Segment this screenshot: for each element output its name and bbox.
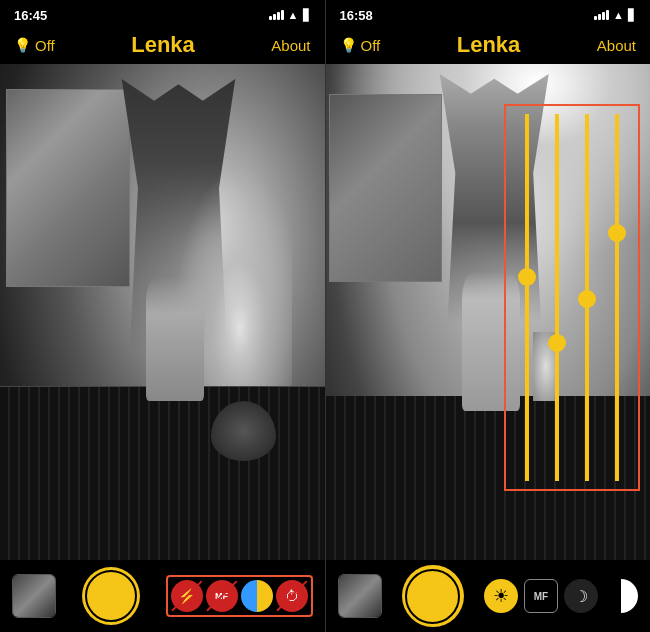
shutter-inner-left: [85, 570, 137, 622]
monitor-element: [6, 89, 129, 287]
status-bar-left: 16:45 ▲ ▋: [0, 0, 325, 28]
wifi-icon-right: ▲: [613, 9, 624, 21]
bottom-controls-left: ⚡ MF ⏱: [0, 560, 325, 632]
flash-off-right[interactable]: 💡 Off: [340, 37, 381, 54]
no-flash-icon[interactable]: ⚡: [171, 580, 203, 612]
about-link-right[interactable]: About: [597, 37, 636, 54]
color-toggle-icon[interactable]: [241, 580, 273, 612]
left-phone: 16:45 ▲ ▋ 💡 Off Lenka About: [0, 0, 325, 632]
app-title-left: Lenka: [131, 32, 195, 58]
battery-icon: ▋: [303, 9, 311, 22]
shutter-button-left[interactable]: [82, 567, 140, 625]
app-title-right: Lenka: [457, 32, 521, 58]
signal-icon-right: [594, 10, 609, 20]
bulb-icon-right: 💡: [340, 37, 357, 53]
status-icons-left: ▲ ▋: [269, 9, 311, 22]
slider-thumb-3[interactable]: [578, 290, 596, 308]
sliders-panel: [504, 104, 640, 491]
shutter-inner-right: [405, 569, 460, 624]
vase-left: [146, 277, 204, 401]
slider-thumb-4[interactable]: [608, 224, 626, 242]
slider-thumb-1[interactable]: [518, 268, 536, 286]
slider-track-3: [585, 114, 589, 481]
monitor-right: [329, 94, 443, 282]
status-icons-right: ▲ ▋: [594, 9, 636, 22]
viewfinder-right[interactable]: [326, 64, 651, 560]
time-left: 16:45: [14, 8, 47, 23]
flash-off-left[interactable]: 💡 Off: [14, 37, 55, 54]
nav-bar-right: 💡 Off Lenka About: [326, 28, 651, 64]
time-right: 16:58: [340, 8, 373, 23]
sun-icon[interactable]: ☀: [484, 579, 518, 613]
viewfinder-left[interactable]: [0, 64, 325, 560]
slider-track-4: [615, 114, 619, 481]
camera-preview-left: [0, 64, 325, 560]
bottom-controls-right: ☀ MF ☽: [326, 560, 651, 632]
signal-icon: [269, 10, 284, 20]
keyboard-left: [0, 386, 325, 560]
slider-thumb-2[interactable]: [548, 334, 566, 352]
thumbnail-right[interactable]: [338, 574, 382, 618]
slider-track-2: [555, 114, 559, 481]
status-bar-right: 16:58 ▲ ▋: [326, 0, 651, 28]
bulb-icon-left: 💡: [14, 37, 31, 53]
battery-icon-right: ▋: [628, 9, 636, 22]
right-phone: 16:58 ▲ ▋ 💡 Off Lenka About: [326, 0, 651, 632]
icon-group-left: ⚡ MF ⏱: [166, 575, 313, 617]
about-link-left[interactable]: About: [271, 37, 310, 54]
mouse-left: [211, 401, 276, 461]
wifi-icon: ▲: [288, 9, 299, 21]
camera-preview-right: [326, 64, 651, 560]
shutter-button-right[interactable]: [402, 565, 464, 627]
thumbnail-left[interactable]: [12, 574, 56, 618]
no-timer-icon[interactable]: ⏱: [276, 580, 308, 612]
moon-icon[interactable]: ☽: [564, 579, 598, 613]
half-circle-icon[interactable]: [604, 579, 638, 613]
mf-icon[interactable]: MF: [524, 579, 558, 613]
nav-bar-left: 💡 Off Lenka About: [0, 28, 325, 64]
slider-track-1: [525, 114, 529, 481]
icon-group-right: ☀ MF ☽: [484, 579, 638, 613]
no-mf-icon[interactable]: MF: [206, 580, 238, 612]
